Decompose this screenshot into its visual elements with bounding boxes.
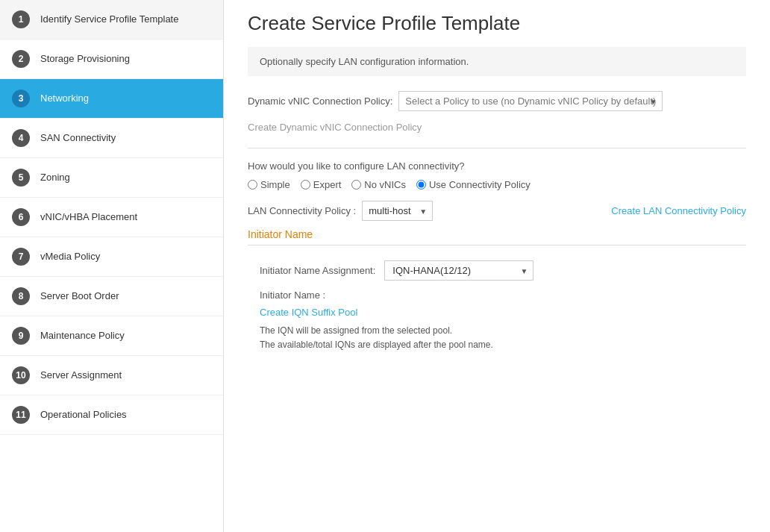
radio-simple-label: Simple (260, 179, 290, 190)
sidebar-item-3[interactable]: 3 Networking (0, 79, 223, 119)
create-iqn-suffix-pool-link[interactable]: Create IQN Suffix Pool (260, 307, 734, 318)
initiator-inner: Initiator Name Assignment: IQN-HANA(12/1… (248, 253, 746, 360)
step-number-9: 9 (12, 327, 30, 345)
radio-no-vnics-input[interactable] (351, 180, 361, 190)
section-divider-1 (248, 148, 746, 148)
sidebar-label-4: SAN Connectivity (40, 131, 116, 145)
initiator-section: Initiator Name Initiator Name Assignment… (248, 228, 746, 360)
radio-expert-label: Expert (313, 179, 342, 190)
sidebar-item-5[interactable]: 5 Zoning (0, 158, 223, 198)
radio-expert[interactable]: Expert (301, 179, 342, 190)
sidebar-item-9[interactable]: 9 Maintenance Policy (0, 316, 223, 356)
step-number-11: 11 (12, 406, 30, 424)
sidebar-item-6[interactable]: 6 vNIC/vHBA Placement (0, 198, 223, 237)
lan-policy-label: LAN Connectivity Policy : (248, 205, 356, 216)
initiator-name-assignment-select[interactable]: IQN-HANA(12/12) (384, 260, 533, 281)
step-number-4: 4 (12, 129, 30, 147)
sidebar-label-6: vNIC/vHBA Placement (40, 210, 137, 224)
initiator-name-row: Initiator Name : (260, 290, 734, 301)
step-number-6: 6 (12, 208, 30, 226)
sidebar-item-2[interactable]: 2 Storage Provisioning (0, 40, 223, 79)
info-line-2: The available/total IQNs are displayed a… (260, 338, 734, 352)
sidebar-item-8[interactable]: 8 Server Boot Order (0, 277, 223, 316)
sidebar-item-1[interactable]: 1 Identify Service Profile Template (0, 0, 223, 40)
sidebar-label-1: Identify Service Profile Template (40, 13, 178, 26)
sidebar: 1 Identify Service Profile Template 2 St… (0, 0, 224, 532)
create-lan-connectivity-link[interactable]: Create LAN Connectivity Policy (611, 205, 746, 216)
initiator-section-title: Initiator Name (248, 228, 746, 245)
initiator-select-wrapper: IQN-HANA(12/12) (384, 260, 533, 281)
radio-use-policy[interactable]: Use Connectivity Policy (416, 179, 530, 190)
radio-no-vnics-label: No vNICs (364, 179, 406, 190)
initiator-assignment-row: Initiator Name Assignment: IQN-HANA(12/1… (260, 260, 734, 281)
step-number-1: 1 (12, 10, 30, 28)
sidebar-item-11[interactable]: 11 Operational Policies (0, 395, 223, 435)
sidebar-label-7: vMedia Policy (40, 250, 100, 263)
dynamic-vnic-label: Dynamic vNIC Connection Policy: (248, 96, 392, 107)
step-number-8: 8 (12, 287, 30, 305)
initiator-assignment-label: Initiator Name Assignment: (260, 265, 375, 276)
sidebar-label-11: Operational Policies (40, 408, 127, 422)
sidebar-label-9: Maintenance Policy (40, 329, 125, 342)
sidebar-label-8: Server Boot Order (40, 290, 119, 303)
sidebar-item-4[interactable]: 4 SAN Connectivity (0, 119, 223, 158)
connectivity-question: How would you like to configure LAN conn… (248, 160, 746, 172)
step-number-7: 7 (12, 248, 30, 266)
radio-expert-input[interactable] (301, 180, 310, 190)
sidebar-label-5: Zoning (40, 171, 70, 184)
main-content: Create Service Profile Template Optional… (224, 0, 770, 532)
create-dynamic-vnic-button[interactable]: Create Dynamic vNIC Connection Policy (248, 119, 422, 136)
step-number-5: 5 (12, 169, 30, 187)
dynamic-vnic-select-wrapper: Select a Policy to use (no Dynamic vNIC … (398, 91, 663, 111)
lan-select-wrapper: multi-host (362, 201, 433, 221)
info-line-1: The IQN will be assigned from the select… (260, 324, 734, 338)
radio-no-vnics[interactable]: No vNICs (351, 179, 406, 190)
radio-group: Simple Expert No vNICs Use Connectivity … (248, 179, 746, 190)
page-title: Create Service Profile Template (248, 0, 746, 47)
info-bar: Optionally specify LAN configuration inf… (248, 47, 746, 76)
step-number-3: 3 (12, 90, 30, 107)
sidebar-label-10: Server Assignment (40, 369, 122, 382)
radio-simple[interactable]: Simple (248, 179, 290, 190)
sidebar-item-7[interactable]: 7 vMedia Policy (0, 237, 223, 277)
initiator-info-text: The IQN will be assigned from the select… (260, 324, 734, 352)
lan-connectivity-policy-select[interactable]: multi-host (362, 201, 433, 221)
step-number-10: 10 (12, 366, 30, 384)
radio-use-policy-label: Use Connectivity Policy (429, 179, 530, 190)
initiator-name-label: Initiator Name : (260, 290, 325, 301)
sidebar-label-3: Networking (40, 92, 89, 105)
sidebar-label-2: Storage Provisioning (40, 52, 130, 66)
step-number-2: 2 (12, 50, 30, 68)
dynamic-vnic-row: Dynamic vNIC Connection Policy: Select a… (248, 91, 746, 111)
dynamic-vnic-select[interactable]: Select a Policy to use (no Dynamic vNIC … (398, 91, 663, 111)
radio-use-policy-input[interactable] (416, 180, 426, 190)
lan-policy-row: LAN Connectivity Policy : multi-host Cre… (248, 201, 746, 221)
radio-simple-input[interactable] (248, 180, 257, 190)
info-bar-text: Optionally specify LAN configuration inf… (260, 56, 469, 67)
sidebar-item-10[interactable]: 10 Server Assignment (0, 356, 223, 395)
